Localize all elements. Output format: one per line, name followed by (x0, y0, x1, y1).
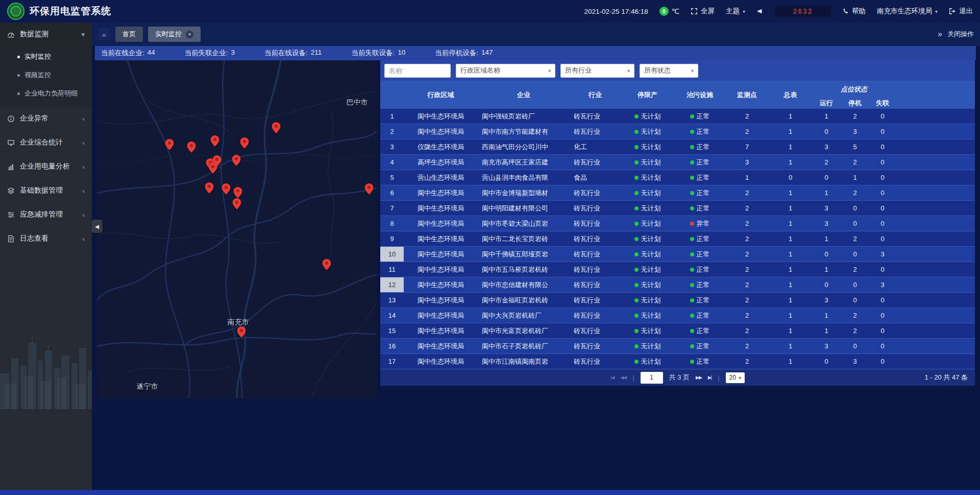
table-row[interactable]: 10阆中生态环境局阆中千佛镇五郎垭页岩砖瓦行业无计划正常21003 (380, 247, 975, 262)
status-select[interactable]: 所有状态 ▾ (640, 64, 698, 78)
tabs-scroll-left-button[interactable]: « (98, 28, 110, 40)
prev-page-button[interactable]: ◀◀ (620, 375, 626, 380)
col-limit-production: 停限产 (621, 81, 674, 109)
map-collapse-button[interactable]: ◀ (91, 220, 103, 233)
status-text: 正常 (697, 112, 710, 120)
fullscreen-button[interactable]: 全屏 (691, 7, 715, 16)
tab-home[interactable]: 首页 (115, 27, 143, 42)
status-text: 无计划 (641, 112, 661, 120)
sidebar-item-company-statistics[interactable]: 企业综合统计 ‹ (0, 131, 92, 155)
total-meters-cell: 0 (769, 170, 812, 185)
pollution-facility-cell: 正常 (674, 139, 725, 155)
sidebar-item-base-data[interactable]: 基础数据管理 ‹ (0, 179, 92, 203)
map-pin-icon[interactable] (234, 187, 242, 198)
stopped-cell: 0 (841, 247, 869, 262)
sidebar-item-emergency-management[interactable]: 应急减排管理 ‹ (0, 203, 92, 227)
table-row[interactable]: 17阆中生态环境局阆中市江南镇阆南页岩砖瓦行业无计划正常21030 (380, 354, 975, 369)
table-row[interactable]: 2阆中生态环境局阆中市南方节能建材有砖瓦行业无计划正常21030 (380, 124, 975, 139)
sidebar-item-log-view[interactable]: 日志查看 ‹ (0, 227, 92, 251)
map-pin-icon[interactable] (272, 122, 280, 133)
table-row[interactable]: 12阆中生态环境局阆中市忠信建材有限公砖瓦行业无计划正常21003 (380, 277, 975, 293)
lost-cell: 3 (869, 277, 896, 293)
next-page-button[interactable]: ▶▶ (696, 375, 702, 380)
help-button[interactable]: 帮助 (842, 7, 866, 16)
double-right-icon[interactable]: » (938, 30, 942, 39)
sidebar-item-data-monitoring[interactable]: 数据监测 ▾ (0, 22, 92, 46)
announcement-button[interactable] (756, 8, 764, 15)
map-pin-icon[interactable] (205, 182, 213, 194)
tab-realtime-monitoring[interactable]: 实时监控 ✕ (148, 27, 201, 42)
page-number-input[interactable] (641, 372, 663, 384)
region-cell: 阆中生态环境局 (404, 293, 478, 308)
theme-label: 主题 (726, 7, 740, 16)
map-pin-icon[interactable] (209, 162, 217, 174)
name-search-input[interactable] (384, 64, 451, 78)
status-text: 正常 (697, 327, 710, 335)
sidebar-item-power-analysis[interactable]: 企业用电量分析 ‹ (0, 155, 92, 179)
stopped-cell: 3 (841, 354, 869, 369)
map-pin-icon[interactable] (165, 139, 174, 150)
table-row[interactable]: 15阆中生态环境局阆中市光富页岩机砖厂砖瓦行业无计划正常21120 (380, 323, 975, 339)
industry-cell: 砖瓦行业 (570, 277, 621, 293)
table-row[interactable]: 7阆中生态环境局阆中明阳建材有限公司砖瓦行业无计划正常21300 (380, 201, 975, 216)
status-text: 正常 (697, 235, 710, 243)
map-pin-icon[interactable] (232, 155, 240, 166)
logout-button[interactable]: 退出 (949, 7, 973, 16)
region-cell: 仪陇生态环境局 (404, 139, 478, 155)
sidebar-item-label: 企业异常 (20, 114, 78, 123)
row-number-cell: 14 (380, 308, 404, 323)
industry-select[interactable]: 所有行业 ▾ (560, 64, 634, 78)
sidebar-item-video-monitoring[interactable]: 视频监控 (0, 66, 92, 84)
close-icon[interactable]: ✕ (186, 31, 193, 38)
map-pin-icon[interactable] (240, 137, 249, 149)
org-dropdown[interactable]: 南充市生态环境局 ▾ (877, 7, 938, 16)
pollution-facility-cell: 正常 (674, 293, 725, 308)
sidebar-item-company-abnormal[interactable]: 企业异常 ‹ (0, 107, 92, 131)
map-panel[interactable]: 巴中市南充市遂宁市 ◀ (97, 60, 377, 398)
first-page-button[interactable]: |◀ (610, 375, 614, 380)
sidebar-item-power-load-detail[interactable]: 企业电力负荷明细 (0, 84, 92, 103)
row-number-cell: 16 (380, 339, 404, 354)
pollution-facility-cell: 异常 (674, 216, 725, 231)
table-row[interactable]: 14阆中生态环境局阆中大兴页岩机砖厂砖瓦行业无计划正常21120 (380, 308, 975, 323)
sidebar-item-label: 企业综合统计 (20, 138, 78, 147)
monitor-points-cell: 2 (725, 308, 769, 323)
map-pin-icon[interactable] (211, 135, 219, 147)
table-row[interactable]: 9阆中生态环境局阆中市二龙长宝页岩砖砖瓦行业无计划正常21120 (380, 231, 975, 247)
table-row[interactable]: 5营山生态环境局营山县润丰肉食品有限食品无计划正常10010 (380, 170, 975, 185)
sidebar-item-realtime-monitoring[interactable]: 实时监控 (0, 48, 92, 66)
region-select[interactable]: 行政区域名称 ▾ (456, 64, 555, 78)
company-cell: 阆中市五马桥页岩机砖 (478, 262, 570, 277)
theme-dropdown[interactable]: 主题 ▾ (726, 7, 745, 16)
monitor-points-cell: 2 (725, 201, 769, 216)
stat-offline-devices: 当前失联设备: 10 (351, 49, 405, 58)
industry-cell: 化工 (570, 139, 621, 155)
status-dot-icon (690, 329, 694, 333)
map-pin-icon[interactable] (322, 259, 331, 270)
status-text: 正常 (697, 312, 710, 319)
limit-production-cell: 无计划 (621, 139, 674, 155)
company-cell: 阆中市枣碧大梁山页岩 (478, 216, 570, 231)
region-select-value: 行政区域名称 (460, 66, 500, 75)
status-dot-icon (634, 114, 639, 119)
table-row[interactable]: 11阆中生态环境局阆中市五马桥页岩机砖砖瓦行业无计划正常21120 (380, 262, 975, 277)
map-pin-icon[interactable] (187, 142, 196, 153)
map-pin-icon[interactable] (365, 183, 374, 195)
company-cell: 阆中强锐页岩砖厂 (478, 109, 570, 124)
industry-cell: 砖瓦行业 (570, 293, 621, 308)
table-row[interactable]: 4高坪生态环境局南充市高坪区王家店建砖瓦行业无计划正常31220 (380, 155, 975, 170)
map-pin-icon[interactable] (237, 326, 246, 338)
table-row[interactable]: 8阆中生态环境局阆中市枣碧大梁山页岩砖瓦行业无计划异常21300 (380, 216, 975, 231)
stopped-cell: 0 (841, 293, 869, 308)
table-row[interactable]: 6阆中生态环境局阆中市金博瑞新型墙材砖瓦行业无计划正常21120 (380, 185, 975, 201)
close-operations-button[interactable]: 关闭操作 (947, 30, 974, 39)
table-row[interactable]: 1阆中生态环境局阆中强锐页岩砖厂砖瓦行业无计划正常21120 (380, 109, 975, 124)
col-point-status-group: 点位状态 (812, 81, 896, 98)
last-page-button[interactable]: ▶| (708, 375, 712, 380)
table-row[interactable]: 13阆中生态环境局阆中市金福旺页岩机砖砖瓦行业无计划正常21300 (380, 293, 975, 308)
table-row[interactable]: 3仪陇生态环境局西南油气田分公司川中化工无计划正常71350 (380, 139, 975, 155)
map-pin-icon[interactable] (233, 198, 241, 209)
page-size-select[interactable]: 20 ▾ (726, 372, 745, 383)
table-row[interactable]: 16阆中生态环境局阆中市石子页岩机砖厂砖瓦行业无计划正常21300 (380, 339, 975, 354)
map-pin-icon[interactable] (222, 183, 231, 195)
